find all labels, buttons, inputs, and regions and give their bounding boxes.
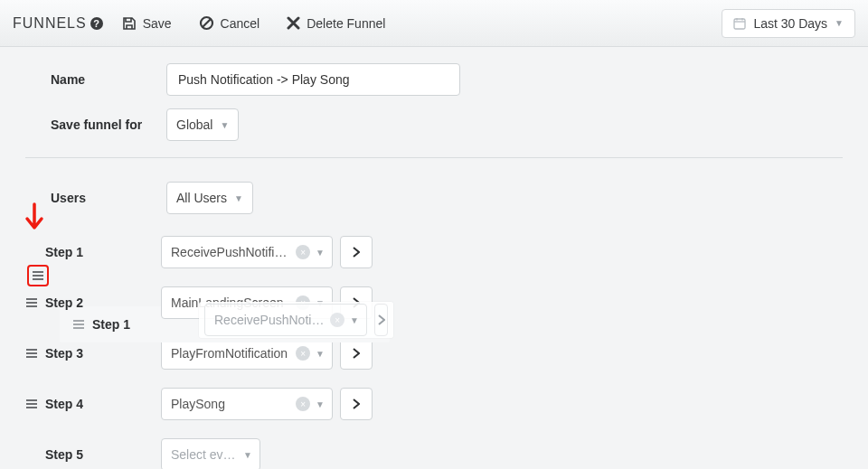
chevron-down-icon: ▼ <box>316 349 325 359</box>
step-label: Step 5 <box>45 447 161 462</box>
cancel-button[interactable]: Cancel <box>199 15 260 31</box>
save-button[interactable]: Save <box>122 16 172 31</box>
arrow-annotation <box>22 202 47 237</box>
step-event-select[interactable]: Select event ▼ <box>161 438 260 469</box>
step-event-select[interactable]: ReceivePushNotification × ▼ <box>161 236 333 268</box>
cancel-icon <box>199 15 214 31</box>
date-range-button[interactable]: Last 30 Days ▼ <box>722 9 855 38</box>
calendar-icon <box>733 17 746 30</box>
chevron-down-icon: ▼ <box>220 120 229 130</box>
save-for-row: Save funnel for Global ▼ <box>25 108 843 141</box>
name-label: Name <box>51 72 166 87</box>
cancel-label: Cancel <box>221 16 260 31</box>
funnel-name-input[interactable] <box>166 63 460 96</box>
step-row: Step 5 Select event ▼ <box>25 436 843 469</box>
chevron-down-icon: ▼ <box>316 248 325 258</box>
clear-icon[interactable]: × <box>296 397 310 411</box>
step-label: Step 2 <box>45 295 161 310</box>
drag-handle-icon[interactable] <box>25 297 45 308</box>
chevron-down-icon: ▼ <box>243 450 252 460</box>
svg-text:?: ? <box>93 18 100 29</box>
event-placeholder: Select event <box>171 447 238 462</box>
expand-step-button[interactable] <box>340 236 373 268</box>
content-area: Name Save funnel for Global ▼ Users All … <box>0 47 868 469</box>
users-value: All Users <box>176 191 227 205</box>
clear-icon[interactable]: × <box>296 245 310 259</box>
event-name: ReceivePushNotification <box>214 313 325 327</box>
funnels-title: FUNNELS ? <box>13 15 104 32</box>
step-row: Step 1 ReceivePushNotification × ▼ <box>25 234 843 270</box>
step-label: Step 1 <box>45 245 161 259</box>
users-label: Users <box>51 191 166 205</box>
date-range-label: Last 30 Days <box>753 16 827 31</box>
save-for-label: Save funnel for <box>51 117 166 132</box>
save-icon <box>122 16 137 31</box>
save-for-value: Global <box>176 117 212 132</box>
step-label: Step 3 <box>45 346 161 361</box>
chevron-down-icon: ▼ <box>350 315 359 325</box>
save-label: Save <box>143 16 172 31</box>
svg-rect-4 <box>734 19 745 29</box>
title-text: FUNNELS <box>13 15 87 32</box>
step-event-select[interactable]: PlaySong × ▼ <box>161 388 333 420</box>
users-select[interactable]: All Users ▼ <box>166 182 253 214</box>
step-label: Step 4 <box>45 397 161 411</box>
drag-handle-icon[interactable] <box>25 399 45 409</box>
close-icon <box>287 16 300 30</box>
event-name: PlayFromNotification <box>171 346 290 361</box>
event-name: ReceivePushNotification <box>171 245 290 259</box>
chevron-down-icon: ▼ <box>234 193 243 203</box>
expand-step-button[interactable] <box>374 304 388 336</box>
steps-container: Step 1 ReceivePushNotification × ▼ Step … <box>25 234 843 469</box>
chevron-down-icon: ▼ <box>316 399 325 409</box>
event-name: PlaySong <box>171 397 290 411</box>
delete-label: Delete Funnel <box>307 16 385 31</box>
toolbar: FUNNELS ? Save Cancel Delete Funnel Last… <box>0 0 868 47</box>
clear-icon[interactable]: × <box>296 346 310 361</box>
expand-step-button[interactable] <box>340 388 373 420</box>
step-row: Step 2 MainLandingScreen × ▼ <box>25 285 843 321</box>
name-row: Name <box>25 63 843 96</box>
step-row: Step 4 PlaySong × ▼ <box>25 386 843 422</box>
divider <box>25 157 843 158</box>
save-for-select[interactable]: Global ▼ <box>166 108 239 141</box>
users-row: Users All Users ▼ <box>25 182 843 214</box>
delete-funnel-button[interactable]: Delete Funnel <box>287 16 385 31</box>
clear-icon[interactable]: × <box>330 313 344 327</box>
help-icon[interactable]: ? <box>90 16 104 31</box>
step-event-select[interactable]: ReceivePushNotification × ▼ <box>204 304 367 336</box>
drag-handle-icon[interactable] <box>25 348 45 359</box>
dragged-step-floating[interactable]: ReceivePushNotification × ▼ <box>199 302 393 338</box>
chevron-down-icon: ▼ <box>835 18 844 28</box>
svg-line-3 <box>203 19 211 27</box>
